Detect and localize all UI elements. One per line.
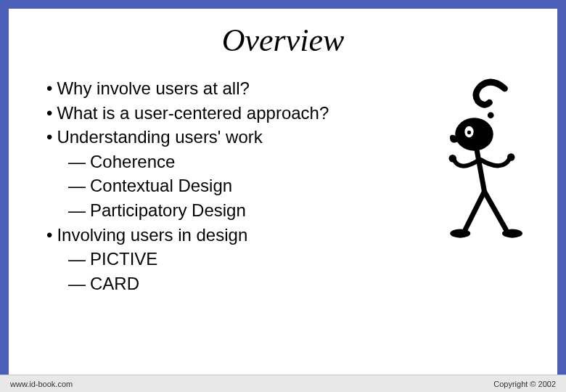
svg-point-6 <box>450 229 470 237</box>
sub-bullet-item: Contextual Design <box>46 173 434 198</box>
bullet-list: Why involve users at all? What is a user… <box>46 76 434 295</box>
bullet-text: Coherence <box>90 150 175 174</box>
footer: www.id-book.com Copyright © 2002 <box>0 375 566 392</box>
slide-body: Why involve users at all? What is a user… <box>9 76 557 295</box>
bullet-item: What is a user-centered approach? <box>46 101 434 126</box>
footer-right: Copyright © 2002 <box>493 380 556 388</box>
bullet-item: Involving users in design <box>46 223 434 248</box>
bullet-item: Understanding users' work <box>46 125 434 150</box>
sub-bullet-item: Coherence <box>46 150 434 174</box>
bullet-item: Why involve users at all? <box>46 76 434 101</box>
bullet-text: Contextual Design <box>90 173 232 198</box>
svg-point-1 <box>455 118 493 151</box>
thinking-person-question-mark-icon <box>441 76 543 246</box>
sub-bullet-item: Participatory Design <box>46 198 434 223</box>
svg-point-4 <box>449 155 457 163</box>
bullet-text: PICTIVE <box>90 247 157 271</box>
bullet-text: Involving users in design <box>57 223 247 248</box>
bullet-text: CARD <box>90 271 139 296</box>
sub-bullet-item: CARD <box>46 271 434 296</box>
slide-frame: Overview Why involve users at all? What … <box>9 9 557 375</box>
bullet-text: What is a user-centered approach? <box>57 101 329 126</box>
footer-left: www.id-book.com <box>10 380 73 388</box>
svg-point-7 <box>502 229 522 237</box>
slide-title: Overview <box>9 22 557 59</box>
svg-point-0 <box>488 112 494 118</box>
bullet-text: Understanding users' work <box>57 125 262 150</box>
bullet-text: Why involve users at all? <box>57 76 249 101</box>
bullet-text: Participatory Design <box>90 198 246 223</box>
svg-point-5 <box>507 153 515 161</box>
sub-bullet-item: PICTIVE <box>46 247 434 271</box>
svg-point-3 <box>467 131 471 134</box>
